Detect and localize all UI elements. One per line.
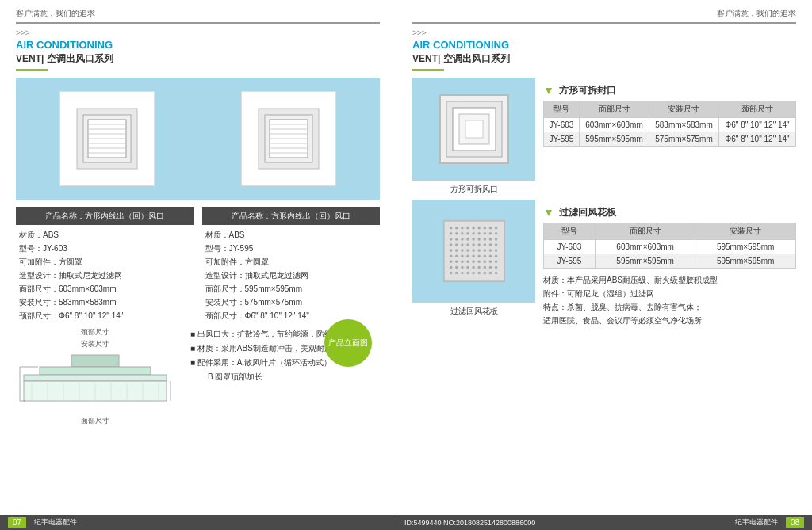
svg-point-93 [477,254,481,257]
footer-left: 07 纪宇电器配件 [0,515,396,530]
top-bar-left-text: 客户满意，我们的追求 [16,9,95,17]
svg-point-94 [483,254,486,257]
section2-table-col: ▼ 过滤回风花板 型号 面部尺寸 安装尺寸 JY-603 6 [543,200,796,327]
top-bar-right: 客户满意，我们的追求 [412,8,796,24]
section1-table-col: ▼ 方形可拆封口 型号 面部尺寸 安装尺寸 颈部尺寸 JY- [543,78,796,195]
spec-2-model: 型号：JY-595 [202,242,381,255]
top-bar-left: 客户满意，我们的追求 [16,8,380,24]
svg-point-107 [455,266,458,269]
svg-point-45 [461,227,464,230]
s1-row-0: JY-603 603mm×603mm 583mm×583mm Φ6" 8" 10… [544,117,796,132]
product-spec-col-2: 产品名称：方形内线出（回）风口 材质：ABS 型号：JY-595 可加附件：方圆… [202,207,381,322]
svg-point-66 [477,238,481,241]
bottom-section: 产品立面图 颈部尺寸 安装尺寸 [16,327,380,426]
svg-point-110 [472,266,475,269]
spec-2-design: 造型设计：抽取式尼龙过滤网 [202,269,381,282]
svg-point-83 [472,249,475,252]
svg-point-60 [494,232,497,235]
s1-r0-c2: 583mm×583mm [649,117,718,132]
svg-point-92 [472,254,475,257]
svg-rect-21 [40,367,151,375]
spec-1-neck: 颈部尺寸：Φ6" 8" 10" 12" 14" [16,309,194,322]
svg-point-64 [466,238,469,241]
svg-point-116 [455,272,458,275]
svg-point-75 [477,243,481,246]
square-vent-svg [439,93,510,165]
info-line-1: 附件：可附尼龙（湿组）过滤网 [543,287,796,300]
svg-point-120 [477,272,481,275]
section2-title-row: ▼ 过滤回风花板 [543,206,796,219]
s2-th-1: 面部尺寸 [595,223,695,239]
spec-col-1-header: 产品名称：方形内线出（回）风口 [16,207,194,225]
section1-title-row: ▼ 方形可拆封口 [543,84,796,97]
spec-1-face: 面部尺寸：603mm×603mm [16,282,194,296]
svg-point-52 [449,232,452,235]
svg-point-55 [466,232,469,235]
page-num-left: 07 [8,517,26,528]
svg-rect-41 [465,120,483,138]
svg-rect-22 [24,375,167,381]
s1-r1-c1: 595mm×595mm [580,132,649,146]
spec-1-install: 安装尺寸：583mm×583mm [16,296,194,309]
svg-point-56 [472,232,475,235]
footer-left-content: 07 纪宇电器配件 [8,517,77,528]
svg-point-79 [449,249,452,252]
section1-table: 型号 面部尺寸 安装尺寸 颈部尺寸 JY-603 603mm×603mm 583… [543,101,796,147]
svg-point-112 [483,266,486,269]
section1-img-label: 方形可拆风口 [450,184,498,195]
s1-r0-c3: Φ6" 8" 10" 12" 14" [718,117,795,132]
svg-point-122 [488,272,492,275]
svg-point-115 [449,272,452,275]
spec-1-model: 型号：JY-603 [16,242,194,255]
s2-r0-c1: 603mm×603mm [595,239,695,254]
neck-label: 颈部尺寸 [16,327,174,337]
svg-point-102 [477,260,481,263]
spec-1-design: 造型设计：抽取式尼龙过滤网 [16,269,194,282]
s1-th-0: 型号 [544,101,580,117]
left-panel: 客户满意，我们的追求 >>> AIR CONDITIONING VENT| 空调… [0,0,396,530]
spec-1-material: 材质：ABS [16,228,194,242]
section1-img-col: 方形可拆风口 [412,78,535,195]
footer-right: ID:5499440 NO:20180825142800886000 纪宇电器配… [396,515,812,530]
s1-r1-c2: 575mm×575mm [649,132,718,146]
spec-2-face: 面部尺寸：595mm×595mm [202,282,381,296]
info-line-3: 适用医院、食品、会议厅等必须空气净化场所 [543,314,796,327]
section2-info: 材质：本产品采用ABS耐压级、耐火级塑胶积成型 附件：可附尼龙（湿组）过滤网 特… [543,273,796,327]
product-img-2 [241,91,336,186]
s1-r1-c0: JY-595 [544,132,580,146]
svg-point-104 [488,260,492,263]
product-img-1 [59,91,155,186]
svg-point-62 [455,238,458,241]
svg-point-87 [494,249,497,252]
brand-title-right: AIR CONDITIONING [412,39,796,52]
vent-grille-svg-2 [257,107,320,170]
svg-point-68 [488,238,492,241]
green-line-right [412,69,444,71]
svg-point-74 [472,243,475,246]
product-images-area [16,78,380,200]
svg-point-108 [461,266,464,269]
footer-right-content: 纪宇电器配件 08 [735,517,804,528]
svg-point-84 [477,249,481,252]
svg-point-117 [461,272,464,275]
svg-point-43 [449,227,452,230]
note-4: B.圆罩顶部加长 [190,370,380,384]
install-label: 安装尺寸 [16,339,174,349]
spec-1-accessory: 可加附件：方圆罩 [16,255,194,269]
svg-point-118 [466,272,469,275]
green-line-left [16,69,48,71]
diagram-col: 颈部尺寸 安装尺寸 [16,327,174,426]
section2-table: 型号 面部尺寸 安装尺寸 JY-603 603mm×603mm 595mm×59… [543,223,796,269]
svg-point-49 [483,227,486,230]
svg-point-88 [449,254,452,257]
svg-point-99 [461,260,464,263]
svg-point-98 [455,260,458,263]
svg-point-91 [466,254,469,257]
right-panel: 客户满意，我们的追求 >>> AIR CONDITIONING VENT| 空调… [396,0,812,530]
s1-th-1: 面部尺寸 [580,101,649,117]
svg-point-81 [461,249,464,252]
triangle-marker-2: ▼ [543,206,554,219]
s1-r0-c0: JY-603 [544,117,580,132]
svg-point-72 [461,243,464,246]
svg-point-96 [494,254,497,257]
